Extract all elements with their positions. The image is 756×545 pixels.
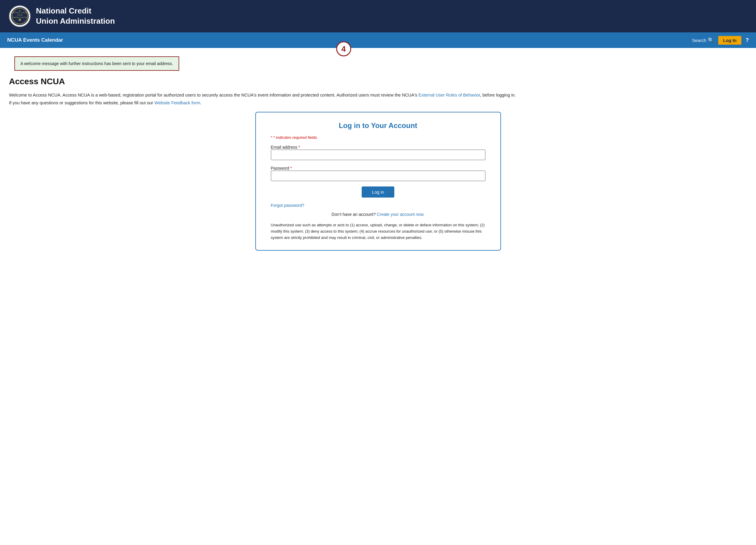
feedback-paragraph: If you have any questions or suggestions… bbox=[9, 100, 747, 105]
login-button[interactable]: Log In bbox=[718, 36, 741, 45]
svg-point-6 bbox=[19, 19, 21, 21]
feedback-form-link[interactable]: Website Feedback form bbox=[154, 100, 200, 105]
alert-message: A welcome message with further instructi… bbox=[20, 61, 173, 66]
login-box-title: Log in to Your Account bbox=[271, 121, 485, 130]
alert-banner: A welcome message with further instructi… bbox=[14, 56, 179, 71]
create-account-link[interactable]: Create your account now. bbox=[377, 212, 425, 217]
navbar-brand: NCUA Events Calendar bbox=[7, 37, 63, 43]
search-icon: 🔍 bbox=[708, 37, 714, 43]
ncua-logo: NATIONAL CREDIT UNION ADMINISTRATION bbox=[9, 5, 31, 27]
log-in-button[interactable]: Log in bbox=[362, 186, 394, 197]
svg-text:UNION: UNION bbox=[17, 14, 22, 16]
search-label: Search bbox=[692, 38, 706, 43]
navbar-right: Search 🔍 Log In ? bbox=[692, 36, 749, 45]
site-header: NATIONAL CREDIT UNION ADMINISTRATION Nat… bbox=[0, 0, 756, 32]
forgot-password-link[interactable]: Forgot password? bbox=[271, 203, 485, 208]
rules-of-behavior-link[interactable]: External User Rules of Behavior bbox=[418, 93, 480, 97]
alert-wrapper: 4 A welcome message with further instruc… bbox=[0, 48, 756, 74]
search-button[interactable]: Search 🔍 bbox=[692, 37, 714, 43]
required-note: * * indicates required fields. bbox=[271, 135, 485, 140]
navbar: NCUA Events Calendar Search 🔍 Log In ? bbox=[0, 32, 756, 48]
unauthorized-text: Unauthorized use such as attempts or act… bbox=[271, 222, 485, 241]
email-input[interactable] bbox=[271, 149, 485, 160]
no-account-text: Don’t have an account? Create your accou… bbox=[271, 212, 485, 217]
password-label: Password * bbox=[271, 166, 292, 170]
step-badge: 4 bbox=[336, 41, 351, 56]
svg-text:ADMINISTRATION: ADMINISTRATION bbox=[12, 16, 28, 18]
svg-text:NATIONAL CREDIT: NATIONAL CREDIT bbox=[12, 12, 28, 13]
help-button[interactable]: ? bbox=[746, 37, 749, 43]
email-label: Email address * bbox=[271, 145, 300, 149]
intro-paragraph: Welcome to Access NCUA. Access NCUA is a… bbox=[9, 92, 747, 99]
site-title: National Credit Union Administration bbox=[36, 6, 115, 26]
password-input[interactable] bbox=[271, 170, 485, 181]
page-title: Access NCUA bbox=[9, 77, 747, 86]
login-box: Log in to Your Account * * indicates req… bbox=[255, 112, 501, 250]
main-content: Access NCUA Welcome to Access NCUA. Acce… bbox=[0, 74, 756, 259]
